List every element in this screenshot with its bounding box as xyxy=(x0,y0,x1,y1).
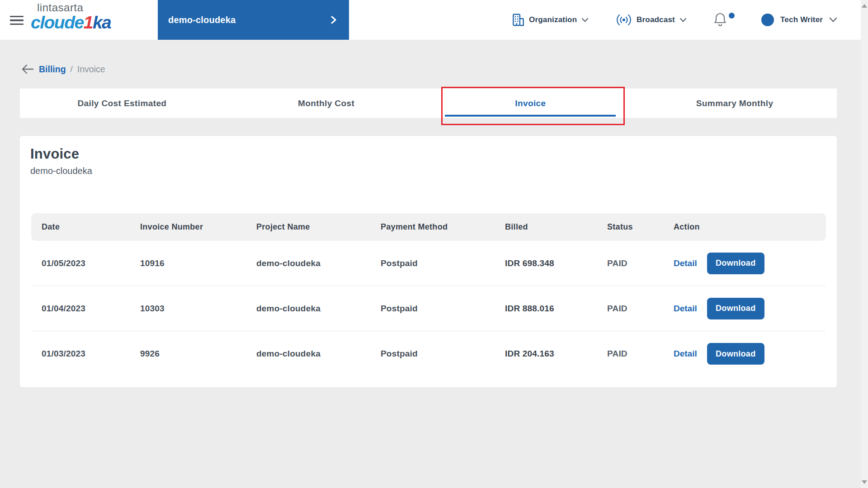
col-date: Date xyxy=(42,222,140,232)
status-badge: PAID xyxy=(607,258,674,268)
table-row: 01/04/2023 10303 demo-cloudeka Postpaid … xyxy=(31,286,826,331)
table-row: 01/03/2023 9926 demo-cloudeka Postpaid I… xyxy=(31,331,826,376)
broadcast-menu[interactable]: Broadcast xyxy=(616,0,687,40)
table-header-row: Date Invoice Number Project Name Payment… xyxy=(31,213,826,241)
notification-badge xyxy=(729,13,735,19)
top-bar: lintasarta cloude1ka demo-cloudeka Organ… xyxy=(0,0,861,40)
breadcrumb-billing[interactable]: Billing xyxy=(39,64,66,75)
cell-payment-method: Postpaid xyxy=(381,349,505,359)
chevron-down-icon xyxy=(679,18,687,23)
download-button[interactable]: Download xyxy=(707,343,764,365)
col-payment-method: Payment Method xyxy=(381,222,505,232)
organization-menu[interactable]: Organization xyxy=(512,0,589,40)
notifications-bell[interactable] xyxy=(713,12,734,28)
menu-icon[interactable] xyxy=(10,16,24,25)
breadcrumb-separator: / xyxy=(71,64,73,74)
cell-invoice-number: 9926 xyxy=(140,349,256,359)
chevron-right-icon xyxy=(330,16,337,24)
user-name: Tech Writer xyxy=(780,15,823,24)
cell-invoice-number: 10916 xyxy=(140,258,256,268)
detail-link[interactable]: Detail xyxy=(674,258,697,268)
download-button[interactable]: Download xyxy=(707,298,764,319)
cell-billed: IDR 204.163 xyxy=(505,349,607,359)
billing-tabs: Daily Cost Estimated Monthly Cost Invoic… xyxy=(20,89,837,118)
active-tab-underline xyxy=(445,115,616,117)
avatar xyxy=(761,14,774,26)
cell-project-name: demo-cloudeka xyxy=(256,304,381,314)
breadcrumb: Billing / Invoice xyxy=(21,62,105,76)
chevron-down-icon xyxy=(829,17,837,23)
col-status: Status xyxy=(607,222,674,232)
download-button[interactable]: Download xyxy=(707,253,764,274)
cell-project-name: demo-cloudeka xyxy=(256,258,381,268)
cloudeka-logo: lintasarta cloude1ka xyxy=(31,2,111,31)
project-selector[interactable]: demo-cloudeka xyxy=(158,0,349,40)
cell-billed: IDR 888.016 xyxy=(505,304,607,314)
project-selector-label: demo-cloudeka xyxy=(168,15,236,25)
scrollbar-down-icon[interactable] xyxy=(862,480,867,484)
col-action: Action xyxy=(674,222,826,232)
invoice-card: Invoice demo-cloudeka Date Invoice Numbe… xyxy=(20,136,837,387)
col-project-name: Project Name xyxy=(256,222,381,232)
breadcrumb-invoice: Invoice xyxy=(77,64,105,75)
action-cell: Detail Download xyxy=(674,253,826,274)
action-cell: Detail Download xyxy=(674,343,826,365)
cell-invoice-number: 10303 xyxy=(140,304,256,314)
chevron-down-icon xyxy=(581,18,589,23)
detail-link[interactable]: Detail xyxy=(674,349,697,359)
vertical-scrollbar[interactable] xyxy=(861,0,868,488)
cell-project-name: demo-cloudeka xyxy=(256,349,381,359)
tab-daily-cost-estimated[interactable]: Daily Cost Estimated xyxy=(20,89,224,118)
tab-monthly-cost[interactable]: Monthly Cost xyxy=(224,89,429,118)
status-badge: PAID xyxy=(607,304,674,314)
cell-billed: IDR 698.348 xyxy=(505,258,607,268)
cell-date: 01/05/2023 xyxy=(42,258,140,268)
action-cell: Detail Download xyxy=(674,298,826,319)
broadcast-icon xyxy=(616,14,632,26)
page-subtitle: demo-cloudeka xyxy=(30,166,92,176)
user-menu[interactable]: Tech Writer xyxy=(761,0,837,40)
cell-payment-method: Postpaid xyxy=(381,304,505,314)
col-invoice-number: Invoice Number xyxy=(140,222,256,232)
organization-label: Organization xyxy=(529,15,577,24)
tab-invoice[interactable]: Invoice xyxy=(429,89,633,118)
logo-lintasarta-text: lintasarta xyxy=(31,2,111,13)
arrow-left-icon[interactable] xyxy=(21,64,34,75)
detail-link[interactable]: Detail xyxy=(674,304,697,314)
page-title: Invoice xyxy=(30,146,79,162)
cell-date: 01/04/2023 xyxy=(42,304,140,314)
tab-summary-monthly[interactable]: Summary Monthly xyxy=(632,89,837,118)
broadcast-label: Broadcast xyxy=(637,15,675,24)
cell-date: 01/03/2023 xyxy=(42,349,140,359)
scrollbar-up-icon[interactable] xyxy=(862,4,867,8)
col-billed: Billed xyxy=(505,222,607,232)
status-badge: PAID xyxy=(607,349,674,359)
table-row: 01/05/2023 10916 demo-cloudeka Postpaid … xyxy=(31,241,826,286)
building-icon xyxy=(512,14,524,27)
cell-payment-method: Postpaid xyxy=(381,258,505,268)
logo-cloudeka-text: cloude1ka xyxy=(31,14,111,31)
invoice-table: Date Invoice Number Project Name Payment… xyxy=(31,213,826,376)
